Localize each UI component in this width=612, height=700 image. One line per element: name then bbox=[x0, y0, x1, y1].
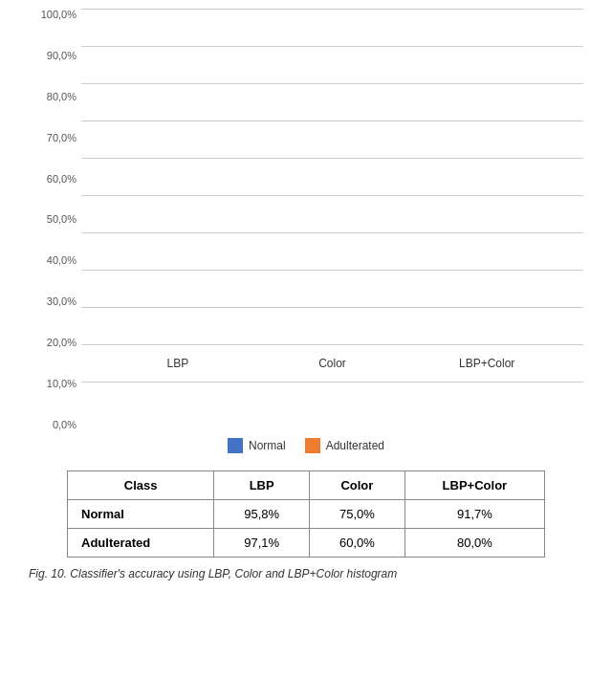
y-axis-label: 20,0% bbox=[47, 338, 76, 348]
y-axis-label: 80,0% bbox=[47, 92, 76, 102]
table-row: Normal95,8%75,0%91,7% bbox=[68, 500, 545, 529]
chart-inner: LBPColorLBP+Color bbox=[81, 10, 583, 383]
table-header: LBP bbox=[214, 471, 310, 500]
y-axis-label: 70,0% bbox=[47, 133, 76, 143]
legend-swatch-blue bbox=[228, 438, 243, 453]
legend-swatch-orange bbox=[305, 438, 320, 453]
table-header: Class bbox=[68, 471, 214, 500]
figure-caption: Fig. 10. Classifier's accuracy using LBP… bbox=[29, 567, 583, 580]
y-axis-label: 100,0% bbox=[41, 10, 76, 20]
x-axis-label: LBP bbox=[130, 357, 226, 370]
table-cell: 95,8% bbox=[214, 500, 310, 529]
table-row: Adulterated97,1%60,0%80,0% bbox=[68, 529, 545, 558]
legend-label-adulterated: Adulterated bbox=[326, 439, 384, 452]
x-labels: LBPColorLBP+Color bbox=[81, 344, 583, 383]
y-axis-label: 40,0% bbox=[47, 255, 76, 266]
legend-label-normal: Normal bbox=[249, 439, 286, 452]
table-cell: Adulterated bbox=[68, 529, 214, 558]
table-cell: 97,1% bbox=[214, 529, 310, 558]
table-cell: 75,0% bbox=[310, 500, 405, 529]
table-header: Color bbox=[310, 471, 405, 500]
y-axis-label: 30,0% bbox=[47, 296, 76, 307]
bars-area bbox=[81, 10, 583, 383]
y-axis-label: 0,0% bbox=[53, 420, 76, 430]
legend: Normal Adulterated bbox=[228, 438, 384, 453]
y-axis: 100,0%90,0%80,0%70,0%60,0%50,0%40,0%30,0… bbox=[29, 10, 81, 430]
y-axis-label: 10,0% bbox=[47, 379, 76, 389]
legend-item-normal: Normal bbox=[228, 438, 286, 453]
table-header: LBP+Color bbox=[404, 471, 544, 500]
data-table: ClassLBPColorLBP+ColorNormal95,8%75,0%91… bbox=[67, 470, 545, 558]
chart-container: 100,0%90,0%80,0%70,0%60,0%50,0%40,0%30,0… bbox=[29, 10, 583, 430]
y-axis-label: 60,0% bbox=[47, 174, 76, 185]
y-axis-label: 90,0% bbox=[47, 51, 76, 61]
table-cell: 60,0% bbox=[310, 529, 405, 558]
table-cell: Normal bbox=[68, 500, 214, 529]
table-cell: 91,7% bbox=[404, 500, 544, 529]
table-cell: 80,0% bbox=[404, 529, 544, 558]
x-axis-label: Color bbox=[284, 357, 380, 370]
x-axis-label: LBP+Color bbox=[439, 357, 535, 370]
legend-item-adulterated: Adulterated bbox=[305, 438, 384, 453]
y-axis-label: 50,0% bbox=[47, 214, 76, 225]
